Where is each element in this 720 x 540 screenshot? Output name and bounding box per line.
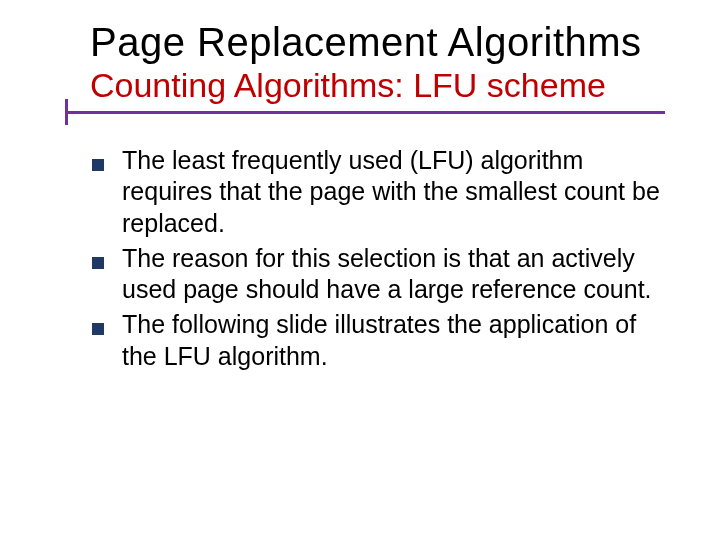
bullet-list: The least frequently used (LFU) algorith… xyxy=(92,145,670,372)
slide-title: Page Replacement Algorithms xyxy=(90,20,690,64)
underline-bar xyxy=(65,111,665,114)
square-bullet-icon xyxy=(92,257,104,269)
list-item: The following slide illustrates the appl… xyxy=(92,309,670,372)
list-item: The reason for this selection is that an… xyxy=(92,243,670,306)
title-underline xyxy=(30,111,690,125)
bullet-text: The following slide illustrates the appl… xyxy=(122,309,670,372)
list-item: The least frequently used (LFU) algorith… xyxy=(92,145,670,239)
bullet-text: The least frequently used (LFU) algorith… xyxy=(122,145,670,239)
bullet-text: The reason for this selection is that an… xyxy=(122,243,670,306)
title-block: Page Replacement Algorithms Counting Alg… xyxy=(90,20,690,105)
square-bullet-icon xyxy=(92,323,104,335)
slide-subtitle: Counting Algorithms: LFU scheme xyxy=(90,66,690,105)
square-bullet-icon xyxy=(92,159,104,171)
